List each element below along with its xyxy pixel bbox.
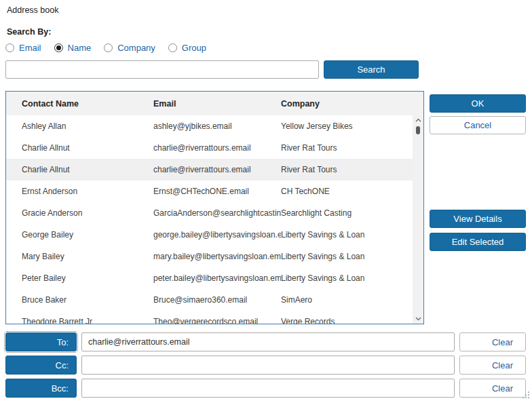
address-book-dialog: { "title": "Address book", "search": { "…	[0, 0, 532, 401]
radio-label: Email	[19, 43, 41, 53]
page-title: Address book	[7, 5, 58, 15]
radio-option-name[interactable]: Name	[54, 43, 92, 53]
table-row[interactable]: Charlie Allnutcharlie@riverrattours.emai…	[6, 159, 423, 180]
company-cell: Liberty Savings & Loan	[281, 252, 412, 261]
table-row[interactable]: Bruce BakerBruce@simaero360.emailSimAero	[6, 289, 423, 311]
scroll-down-icon[interactable]	[413, 314, 423, 324]
table-row[interactable]: Ashley Allanashley@yjbikes.emailYellow J…	[6, 115, 423, 137]
table-row[interactable]: Peter Baileypeter.bailey@libertysavingsl…	[6, 267, 423, 289]
contact-name-cell: Gracie Anderson	[22, 208, 153, 218]
search-button[interactable]: Search	[324, 60, 419, 79]
view-details-button[interactable]: View Details	[430, 210, 526, 228]
scrollbar-thumb[interactable]	[416, 126, 420, 134]
contact-name-cell: Mary Bailey	[22, 252, 153, 261]
bcc-row: Bcc: Clear	[0, 379, 532, 398]
resize-grip-icon[interactable]	[521, 390, 531, 400]
contact-name-cell: Charlie Allnut	[22, 165, 153, 174]
company-cell: River Rat Tours	[281, 165, 412, 174]
company-cell: Searchlight Casting	[281, 208, 412, 218]
company-cell: CH TechONE	[281, 187, 412, 196]
ok-button[interactable]: OK	[430, 94, 526, 113]
cc-row: Cc: Clear	[0, 356, 532, 375]
email-cell: charlie@riverrattours.email	[153, 165, 281, 174]
table-body: Ashley Allanashley@yjbikes.emailYellow J…	[6, 115, 423, 324]
cc-input[interactable]	[81, 356, 455, 375]
table-row[interactable]: Ernst AndersonErnst@CHTechONE.emailCH Te…	[6, 180, 423, 202]
radio-label: Group	[182, 43, 206, 53]
search-by-label: Search By:	[7, 27, 51, 37]
to-row: To: Clear	[0, 332, 532, 351]
cancel-button[interactable]: Cancel	[430, 116, 526, 134]
radio-icon[interactable]	[54, 43, 63, 52]
email-cell: mary.bailey@libertysavingsloan.email	[153, 252, 281, 261]
email-cell: george.bailey@libertysavingsloan.email	[153, 230, 281, 240]
contact-name-cell: Peter Bailey	[22, 273, 153, 283]
radio-label: Company	[117, 43, 155, 53]
edit-selected-button[interactable]: Edit Selected	[430, 233, 526, 251]
contact-name-cell: Charlie Allnut	[22, 143, 153, 153]
company-cell: SimAero	[281, 295, 412, 305]
radio-label: Name	[68, 43, 92, 53]
bcc-button[interactable]: Bcc:	[5, 379, 77, 398]
contact-name-cell: Theodore Barrett Jr	[22, 317, 153, 324]
company-cell: River Rat Tours	[281, 143, 412, 153]
table-row[interactable]: Charlie Allnutcharlie@riverrattours.emai…	[6, 137, 423, 159]
table-header: Contact NameEmailCompany	[6, 92, 423, 115]
table-row[interactable]: Gracie AndersonGarciaAnderson@searchligh…	[6, 202, 423, 224]
cc-clear-button[interactable]: Clear	[459, 356, 526, 375]
scroll-up-icon[interactable]	[413, 115, 423, 125]
column-header: Company	[281, 99, 412, 109]
email-cell: peter.bailey@libertysavingsloan.email	[153, 273, 281, 283]
search-by-options: EmailNameCompanyGroup	[5, 43, 206, 53]
radio-option-email[interactable]: Email	[5, 43, 41, 53]
radio-icon[interactable]	[5, 43, 14, 52]
email-cell: charlie@riverrattours.email	[153, 143, 281, 153]
contact-name-cell: George Bailey	[22, 230, 153, 240]
company-cell: Liberty Savings & Loan	[281, 230, 412, 240]
table-row[interactable]: Theodore Barrett JrTheo@vergerecordsco.e…	[6, 311, 423, 324]
email-cell: Theo@vergerecordsco.email	[153, 317, 281, 324]
to-input[interactable]	[81, 332, 455, 351]
table-row[interactable]: Mary Baileymary.bailey@libertysavingsloa…	[6, 246, 423, 267]
email-cell: Ernst@CHTechONE.email	[153, 187, 281, 196]
contacts-table: Contact NameEmailCompany Ashley Allanash…	[5, 91, 424, 324]
bcc-input[interactable]	[81, 379, 455, 398]
radio-icon[interactable]	[104, 43, 113, 52]
contact-name-cell: Ashley Allan	[22, 121, 153, 131]
bcc-clear-button[interactable]: Clear	[459, 379, 526, 398]
radio-option-group[interactable]: Group	[168, 43, 206, 53]
email-cell: GarciaAnderson@searchlightcasting.email	[153, 208, 281, 218]
email-cell: ashley@yjbikes.email	[153, 121, 281, 131]
to-clear-button[interactable]: Clear	[459, 332, 526, 351]
column-header: Contact Name	[22, 99, 153, 109]
search-input[interactable]	[5, 60, 319, 79]
table-scrollbar[interactable]	[413, 115, 423, 324]
cc-button[interactable]: Cc:	[5, 356, 77, 375]
company-cell: Liberty Savings & Loan	[281, 273, 412, 283]
contact-name-cell: Bruce Baker	[22, 295, 153, 305]
to-button[interactable]: To:	[5, 332, 77, 351]
contact-name-cell: Ernst Anderson	[22, 187, 153, 196]
company-cell: Verge Records	[281, 317, 412, 324]
company-cell: Yellow Jersey Bikes	[281, 121, 412, 131]
column-header: Email	[153, 99, 281, 109]
radio-option-company[interactable]: Company	[104, 43, 155, 53]
email-cell: Bruce@simaero360.email	[153, 295, 281, 305]
radio-icon[interactable]	[168, 43, 177, 52]
table-row[interactable]: George Baileygeorge.bailey@libertysaving…	[6, 224, 423, 246]
